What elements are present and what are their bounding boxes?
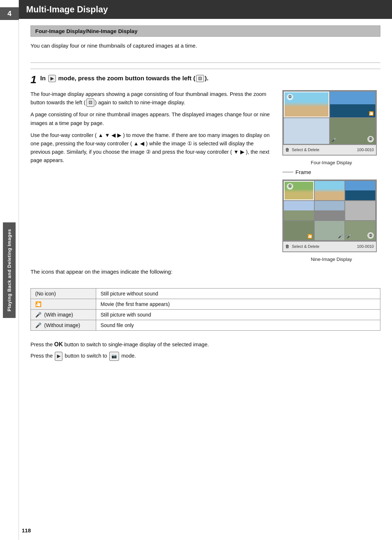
page-title: Multi-Image Display (19, 0, 392, 19)
nine-cell-6 (345, 201, 375, 220)
main-content: Multi-Image Display Four-Image Display/N… (19, 0, 392, 540)
cell-number-2: ② (367, 136, 374, 142)
nine-cell-7-icon: 🎦 (307, 234, 313, 239)
trash-icon: 🗑 (285, 147, 290, 152)
frame-row: Frame (282, 169, 380, 175)
cell-number-1: ① (287, 94, 293, 100)
nine-cell-1: ① (284, 181, 314, 200)
intro-text: You can display four or nine thumbnails … (30, 42, 380, 50)
desc-cell-4: Sound file only (96, 320, 380, 331)
icons-table: (No icon) Still picture without sound 🎦 … (30, 288, 380, 331)
status-select-delete: Select & Delete (292, 148, 319, 152)
cell-icon-2: 🎦 (369, 111, 374, 116)
page-number: 118 (22, 527, 31, 533)
step-title: In ▶ mode, press the zoom button towards… (40, 74, 209, 83)
nine-cell-8-icon: 🎤 (338, 234, 343, 239)
nine-cell-num-2: ② (367, 232, 374, 239)
zoom-icon-inline: ⊡ (86, 98, 94, 107)
nine-cell-3 (345, 181, 375, 200)
nine-trash-icon: 🗑 (285, 244, 290, 249)
desc-cell-1: Still picture without sound (96, 289, 380, 299)
icon-cell-2: 🎦 (31, 299, 96, 310)
status-code: 100-0010 (357, 148, 374, 152)
paragraph-1: The four-image display appears showing a… (30, 90, 274, 107)
nine-cell-9-mic: 🎤 (347, 234, 352, 239)
four-image-label: Four-Image Display (282, 160, 380, 165)
nine-status-code: 100-0010 (357, 244, 374, 249)
frame-label: Frame (295, 169, 311, 175)
zoom-left-icon: ⊡ (196, 75, 204, 82)
icon-cell-1: (No icon) (31, 289, 96, 299)
step-heading: 1 In ▶ mode, press the zoom button towar… (30, 69, 380, 85)
sidebar: 4 Playing Back and Deleting Images (0, 0, 19, 540)
paragraph-3: Use the four-way controller ( ▲ ▼ ◀ ▶ ) … (30, 131, 274, 165)
camera-icon: 📷 (109, 352, 119, 360)
play-button-icon: ▶ (55, 352, 62, 360)
nine-status-text: Select & Delete (292, 244, 319, 249)
desc-cell-2: Movie (the first frame appears) (96, 299, 380, 310)
grid-cell-1: ① (284, 92, 329, 117)
play-mode-icon: ▶ (48, 75, 56, 82)
section-header: Four-Image Display/Nine-Image Display (30, 25, 380, 37)
chapter-number: 4 (0, 7, 19, 20)
frame-line (282, 172, 293, 172)
nine-grid: ① 🎦 🎤 ② (283, 180, 376, 241)
nine-cell-2 (315, 181, 345, 200)
display-status-bar: 🗑 Select & Delete 100-0010 (283, 145, 376, 155)
table-row: 🎤 (With image) Still picture with sound (31, 310, 380, 320)
table-row: 🎦 Movie (the first frame appears) (31, 299, 380, 310)
cell-mic-icon: 🎤 (331, 138, 336, 142)
sidebar-label: Playing Back and Deleting Images (3, 222, 16, 318)
step-text-column: The four-image display appears showing a… (30, 90, 274, 262)
paragraph-2: A page consisting of four or nine thumbn… (30, 110, 274, 127)
nine-cell-8: 🎤 (315, 221, 345, 240)
nine-cell-4 (284, 201, 314, 220)
table-row: (No icon) Still picture without sound (31, 289, 380, 299)
desc-cell-3: Still picture with sound (96, 310, 380, 320)
step-body: The four-image display appears showing a… (30, 90, 380, 262)
four-image-display: ① 🎦 ② 🎤 🗑 Select & (282, 90, 377, 156)
nine-cell-5 (315, 201, 345, 220)
grid-cell-4: ② 🎤 (330, 118, 375, 144)
four-grid: ① 🎦 ② 🎤 (283, 91, 376, 145)
footer-line-1: Press the OK button to switch to single-… (30, 339, 380, 349)
grid-cell-3 (284, 118, 329, 144)
step-images-column: ① 🎦 ② 🎤 🗑 Select & (282, 90, 380, 262)
nine-cell-num-1: ① (287, 183, 293, 190)
ok-label: OK (54, 341, 63, 347)
nine-cell-9: ② 🎤 (345, 221, 375, 240)
nine-cell-7: 🎦 (284, 221, 314, 240)
icon-cell-3: 🎤 (With image) (31, 310, 96, 320)
icon-cell-4: 🎤 (Without image) (31, 320, 96, 331)
icons-intro: The icons that appear on the images indi… (30, 268, 380, 276)
nine-image-display: ① 🎦 🎤 ② (282, 180, 377, 252)
divider (30, 63, 380, 63)
step-number: 1 (30, 74, 37, 85)
table-row: 🎤 (Without image) Sound file only (31, 320, 380, 331)
footer-text: Press the OK button to switch to single-… (30, 339, 380, 361)
nine-image-label: Nine-Image Display (282, 257, 380, 262)
grid-cell-2: 🎦 (330, 92, 375, 117)
footer-line-2: Press the ▶ button to switch to 📷 mode. (30, 351, 380, 360)
nine-status-bar: 🗑 Select & Delete 100-0010 (283, 241, 376, 251)
